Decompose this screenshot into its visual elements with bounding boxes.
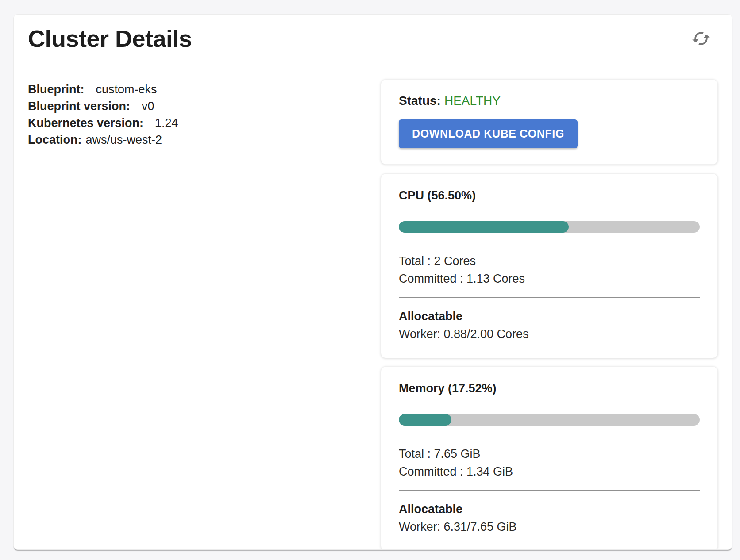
cluster-details-card: Cluster Details Blueprint:custom-eks Blu…: [13, 14, 732, 550]
page: Cluster Details Blueprint:custom-eks Blu…: [0, 0, 740, 560]
info-row-blueprint: Blueprint:custom-eks: [28, 81, 381, 98]
cpu-card: CPU (56.50%) Total : 2 Cores Committed :…: [381, 173, 718, 358]
info-row-kubernetes-version: Kubernetes version:1.24: [28, 115, 381, 131]
info-row-location: Location:aws/us-west-2: [28, 131, 381, 148]
card-body: Blueprint:custom-eks Blueprint version:v…: [14, 62, 732, 550]
status-value: HEALTHY: [444, 94, 501, 107]
cpu-committed: Committed : 1.13 Cores: [399, 270, 700, 288]
cpu-allocatable-label: Allocatable: [399, 307, 700, 325]
memory-worker: Worker: 6.31/7.65 GiB: [399, 518, 700, 536]
cpu-title: CPU (56.50%): [399, 189, 700, 203]
info-label: Blueprint:: [28, 83, 85, 96]
info-value: aws/us-west-2: [86, 133, 162, 146]
info-label: Kubernetes version:: [28, 116, 143, 130]
status-line: Status:HEALTHY: [399, 94, 700, 108]
status-label: Status:: [399, 94, 441, 107]
card-divider: [399, 490, 700, 491]
cpu-progress-bar: [399, 221, 700, 233]
download-kube-config-button[interactable]: DOWNLOAD KUBE CONFIG: [399, 119, 578, 148]
info-value: v0: [142, 100, 154, 113]
info-value: 1.24: [155, 116, 178, 130]
info-label: Location:: [28, 133, 82, 146]
cluster-info: Blueprint:custom-eks Blueprint version:v…: [28, 79, 381, 550]
info-label: Blueprint version:: [28, 100, 130, 113]
refresh-icon: [690, 27, 712, 50]
cpu-worker: Worker: 0.88/2.00 Cores: [399, 325, 700, 343]
memory-allocatable-label: Allocatable: [399, 500, 700, 518]
memory-title: Memory (17.52%): [399, 382, 700, 395]
cpu-total: Total : 2 Cores: [399, 252, 700, 270]
memory-progress-bar: [399, 414, 700, 426]
status-card: Status:HEALTHY DOWNLOAD KUBE CONFIG: [381, 79, 718, 165]
memory-total: Total : 7.65 GiB: [399, 445, 700, 463]
page-title: Cluster Details: [28, 25, 192, 52]
info-row-blueprint-version: Blueprint version:v0: [28, 98, 381, 115]
memory-committed: Committed : 1.34 GiB: [399, 463, 700, 480]
info-value: custom-eks: [96, 83, 157, 96]
refresh-button[interactable]: [690, 27, 713, 50]
card-header: Cluster Details: [14, 15, 732, 62]
cpu-progress-fill: [399, 221, 569, 233]
memory-card: Memory (17.52%) Total : 7.65 GiB Committ…: [381, 366, 718, 550]
right-column: Status:HEALTHY DOWNLOAD KUBE CONFIG CPU …: [381, 79, 718, 550]
memory-progress-fill: [399, 414, 451, 426]
card-divider: [399, 297, 700, 298]
